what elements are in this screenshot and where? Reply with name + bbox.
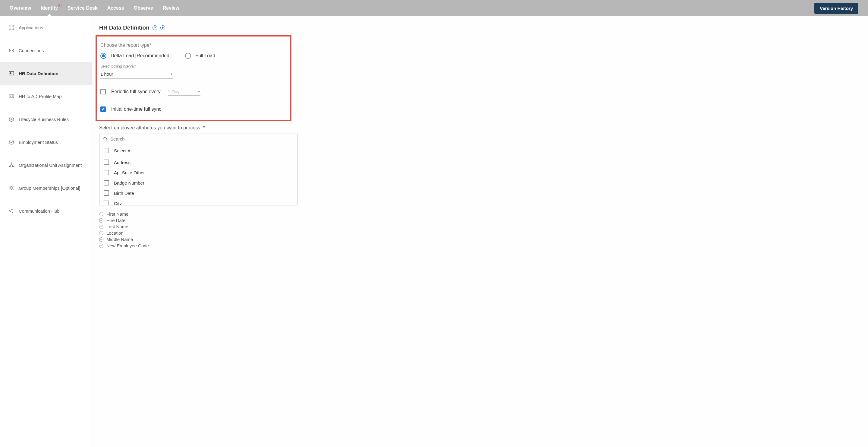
attribute-label: Badge Number — [114, 180, 144, 185]
attribute-row[interactable]: Badge Number — [99, 178, 297, 188]
svg-point-11 — [11, 163, 12, 164]
locked-attribute-label: Middle Name — [106, 237, 133, 242]
sidebar-item-employment-status[interactable]: Employment Status — [0, 130, 92, 153]
top-nav: Overview Identity ! Service Desk Access … — [0, 0, 868, 16]
attributes-label: Select employee attributes you want to p… — [99, 125, 868, 130]
sidebar-item-connections[interactable]: Connections — [0, 39, 92, 62]
sidebar-item-label: Communication Hub — [19, 208, 60, 213]
sidebar-item-communication-hub[interactable]: Communication Hub — [0, 199, 92, 222]
attribute-checkbox[interactable] — [104, 170, 109, 175]
locked-attribute: Last Name — [99, 224, 868, 230]
org-tree-icon — [8, 162, 14, 168]
sidebar-item-lifecycle[interactable]: Lifecycle Business Rules — [0, 108, 92, 130]
locked-attribute-label: Location — [106, 231, 124, 236]
radio-full-load[interactable]: Full Load — [185, 53, 215, 59]
attribute-label: City — [114, 201, 122, 205]
help-icon[interactable]: ? — [153, 25, 157, 30]
select-all-checkbox[interactable] — [104, 148, 109, 153]
select-all-label: Select All — [114, 148, 133, 153]
attribute-checkbox[interactable] — [104, 180, 109, 185]
attribute-row[interactable]: Birth Date — [99, 188, 297, 198]
attribute-label: Birth Date — [114, 190, 134, 196]
sidebar-item-hr-data-definition[interactable]: HR Data Definition — [0, 62, 92, 85]
initial-sync-label: Initial one-time full sync — [111, 107, 161, 112]
tab-review[interactable]: Review — [163, 1, 179, 16]
svg-point-7 — [10, 96, 11, 96]
users-icon — [8, 185, 14, 191]
svg-rect-0 — [9, 25, 11, 27]
polling-interval-select[interactable]: 1 hour ▼ — [100, 70, 173, 79]
locked-attribute-label: First Name — [106, 211, 128, 216]
locked-attributes-list: First Name Hire Date Last Name Location … — [99, 211, 868, 249]
tab-identity-label: Identity — [41, 5, 58, 10]
tab-service-desk[interactable]: Service Desk — [67, 1, 98, 16]
version-history-button[interactable]: Version History — [814, 3, 858, 14]
locked-attribute: New Employee Code — [99, 242, 868, 249]
periodic-sync-select[interactable]: 1 Day ▼ — [168, 88, 200, 96]
attribute-row[interactable]: Address — [99, 157, 297, 168]
link-icon — [8, 47, 14, 53]
svg-point-5 — [10, 73, 11, 73]
tab-overview[interactable]: Overview — [10, 1, 31, 16]
sidebar-item-group-memberships[interactable]: Group Memberships [Optional] — [0, 176, 92, 199]
locked-attribute: Location — [99, 230, 868, 236]
select-all-row[interactable]: Select All — [99, 144, 297, 157]
attribute-checkbox[interactable] — [104, 159, 109, 165]
sidebar-item-hr-to-ad[interactable]: HR to AD Profile Map — [0, 85, 92, 108]
svg-point-12 — [9, 166, 10, 167]
profile-map-icon — [8, 93, 14, 99]
polling-interval-label: Select polling interval* — [100, 64, 284, 68]
locked-attribute: Middle Name — [99, 236, 868, 242]
svg-rect-3 — [12, 28, 14, 30]
svg-point-14 — [10, 186, 11, 188]
sidebar-item-label: HR Data Definition — [19, 71, 59, 76]
grid-icon — [8, 24, 14, 30]
minus-circle-icon — [99, 212, 103, 216]
sidebar-item-label: Applications — [19, 25, 43, 30]
radio-checked-icon — [100, 53, 106, 59]
svg-rect-4 — [9, 71, 14, 75]
minus-circle-icon — [99, 237, 103, 242]
report-type-label: Choose the report type* — [100, 42, 284, 48]
main-content: HR Data Definition ? Choose the report t… — [92, 16, 868, 447]
attributes-list[interactable]: Select All Address Apt Suite Other Badge… — [99, 144, 297, 205]
radio-delta-label: Delta Load [Recommended] — [111, 53, 170, 59]
attribute-checkbox[interactable] — [104, 190, 109, 196]
radio-full-label: Full Load — [195, 53, 215, 59]
svg-rect-1 — [12, 25, 14, 27]
locked-attribute-label: Last Name — [106, 224, 128, 229]
attribute-label: Address — [114, 160, 130, 165]
svg-point-15 — [12, 186, 13, 188]
minus-circle-icon — [99, 225, 103, 229]
svg-point-8 — [9, 117, 14, 122]
radio-delta-load[interactable]: Delta Load [Recommended] — [100, 53, 170, 59]
attribute-row[interactable]: City — [99, 198, 297, 205]
tab-observe[interactable]: Observe — [134, 1, 153, 16]
sidebar-item-ou-assignment[interactable]: Organizational Unit Assignment — [0, 153, 92, 176]
periodic-sync-label: Periodic full sync every — [111, 89, 161, 94]
attribute-checkbox[interactable] — [104, 201, 109, 205]
tab-access[interactable]: Access — [107, 1, 124, 16]
tab-identity[interactable]: Identity ! — [41, 1, 58, 16]
chevron-down-icon: ▼ — [170, 73, 173, 76]
initial-sync-checkbox[interactable] — [100, 107, 106, 112]
minus-circle-icon — [99, 244, 103, 248]
polling-interval-value: 1 hour — [100, 71, 113, 77]
page-title-text: HR Data Definition — [99, 24, 150, 31]
periodic-sync-checkbox[interactable] — [100, 89, 106, 94]
search-input[interactable] — [110, 136, 293, 142]
locked-attribute-label: Hire Date — [106, 218, 125, 223]
locked-attribute-label: New Employee Code — [106, 243, 149, 248]
chevron-down-icon: ▼ — [198, 90, 200, 93]
id-card-icon — [8, 70, 14, 76]
megaphone-icon — [8, 208, 14, 214]
sidebar-item-label: Connections — [19, 48, 44, 53]
svg-point-9 — [11, 118, 12, 119]
lifecycle-icon — [8, 116, 14, 122]
attribute-row[interactable]: Apt Suite Other — [99, 168, 297, 178]
play-icon[interactable] — [160, 25, 165, 30]
check-circle-icon — [8, 139, 14, 145]
sidebar-item-applications[interactable]: Applications — [0, 16, 92, 39]
periodic-sync-value: 1 Day — [168, 89, 180, 94]
radio-unchecked-icon — [185, 53, 191, 59]
